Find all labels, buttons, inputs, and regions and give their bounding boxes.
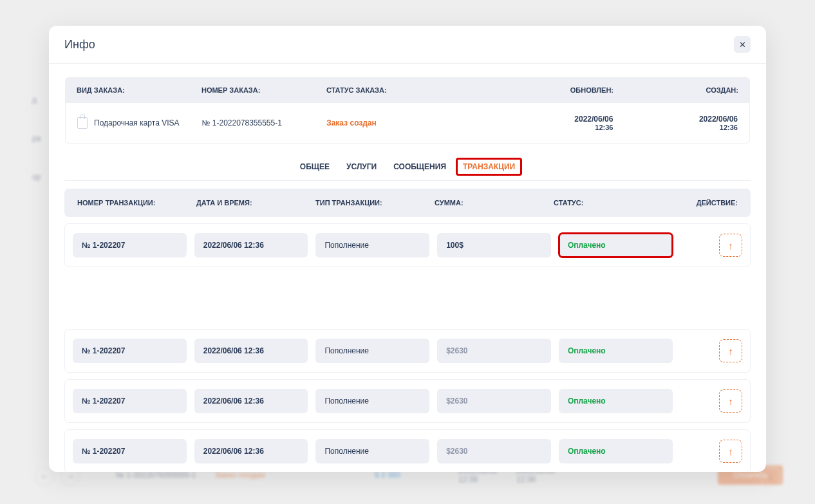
modal-body: ВИД ЗАКАЗА: НОМЕР ЗАКАЗА: СТАТУС ЗАКАЗА:… — [49, 64, 766, 472]
comment-input[interactable]: Вписать — [76, 286, 739, 311]
th-num: НОМЕР ТРАНЗАКЦИИ: — [77, 199, 196, 207]
cell-type: Пополнение — [315, 233, 429, 257]
tab-transactions[interactable]: ТРАНЗАКЦИИ — [456, 158, 521, 175]
cell-status: Оплачено — [559, 389, 673, 413]
cell-sum: $2630 — [437, 439, 551, 463]
cell-action: ↑ — [680, 389, 742, 413]
tab-messages[interactable]: СООБЩЕНИЯ — [387, 158, 453, 175]
scroll-down-icon[interactable]: ↓ — [762, 468, 780, 486]
info-modal: Инфо ✕ ВИД ЗАКАЗА: НОМЕР ЗАКАЗА: СТАТУС … — [49, 26, 766, 472]
col-type: ВИД ЗАКАЗА: — [77, 86, 201, 94]
cell-sum: $2630 — [437, 339, 551, 363]
col-created: СОЗДАН: — [614, 86, 738, 94]
modal-header: Инфо ✕ — [49, 26, 766, 64]
cell-status: Оплачено — [559, 233, 673, 257]
cell-sum: $2630 — [437, 389, 551, 413]
cell-date: 2022/06/06 12:36 — [194, 439, 308, 463]
th-sum: СУММА: — [435, 199, 554, 207]
cell-sum: 100$ — [437, 233, 551, 257]
order-type-cell: Подарочная карта VISA — [77, 117, 202, 129]
comment-block: Комментарий транзакции: Вписать — [64, 262, 751, 322]
upload-button[interactable]: ↑ — [719, 339, 742, 362]
arrow-up-icon: ↑ — [728, 346, 733, 357]
tab-general[interactable]: ОБЩЕЕ — [294, 158, 336, 175]
order-status: Заказ создан — [326, 118, 489, 127]
cell-num: № 1-202207 — [73, 339, 187, 363]
cell-action: ↑ — [680, 440, 742, 463]
arrow-up-icon: ↑ — [728, 240, 733, 251]
close-icon: ✕ — [739, 40, 746, 50]
cell-date: 2022/06/06 12:36 — [194, 339, 308, 363]
arrow-up-icon: ↑ — [728, 396, 733, 407]
tabs: ОБЩЕЕ УСЛУГИ СООБЩЕНИЯ ТРАНЗАКЦИИ — [64, 144, 751, 181]
order-summary: ВИД ЗАКАЗА: НОМЕР ЗАКАЗА: СТАТУС ЗАКАЗА:… — [64, 77, 751, 144]
cell-type: Пополнение — [315, 389, 429, 413]
cell-num: № 1-202207 — [73, 389, 187, 413]
upload-button[interactable]: ↑ — [719, 234, 742, 257]
order-summary-header: ВИД ЗАКАЗА: НОМЕР ЗАКАЗА: СТАТУС ЗАКАЗА:… — [65, 77, 750, 103]
col-status: СТАТУС ЗАКАЗА: — [326, 86, 489, 94]
upload-button[interactable]: ↑ — [719, 389, 742, 413]
cell-status: Оплачено — [559, 439, 673, 463]
bg-price: $ 2 383 — [375, 471, 400, 480]
col-updated: ОБНОВЛЕН: — [489, 86, 614, 94]
cell-type: Пополнение — [315, 439, 429, 463]
order-updated: 2022/06/06 12:36 — [489, 115, 614, 131]
col-number: НОМЕР ЗАКАЗА: — [201, 86, 326, 94]
th-status: СТАТУС: — [554, 199, 673, 207]
bg-order-num: № 1-2022078355555-1 — [116, 471, 196, 480]
clipboard-icon — [77, 117, 88, 129]
order-number: № 1-2022078355555-1 — [202, 118, 327, 127]
cell-date: 2022/06/06 12:36 — [194, 233, 308, 257]
cell-num: № 1-202207 — [73, 233, 187, 257]
cell-date: 2022/06/06 12:36 — [194, 389, 308, 413]
transaction-row: № 1-202207 2022/06/06 12:36 Пополнение 1… — [64, 223, 751, 267]
th-date: ДАТА И ВРЕМЯ: — [196, 199, 315, 207]
transaction-row: № 1-202207 2022/06/06 12:36 Пополнение $… — [64, 379, 751, 423]
transaction-row: № 1-202207 2022/06/06 12:36 Пополнение $… — [64, 329, 751, 373]
cell-action: ↑ — [680, 234, 742, 257]
cell-status: Оплачено — [559, 339, 673, 363]
transaction-row: № 1-202207 2022/06/06 12:36 Пополнение $… — [64, 429, 751, 472]
order-created: 2022/06/06 12:36 — [613, 115, 738, 131]
th-type: ТИП ТРАНЗАКЦИИ: — [315, 199, 435, 207]
tab-services[interactable]: УСЛУГИ — [340, 158, 383, 175]
modal-title: Инфо — [64, 38, 95, 51]
bg-status: Заказ создан — [215, 471, 265, 480]
th-action: ДЕЙСТВИЕ: — [673, 199, 738, 207]
transactions-header: НОМЕР ТРАНЗАКЦИИ: ДАТА И ВРЕМЯ: ТИП ТРАН… — [64, 189, 751, 217]
cell-action: ↑ — [680, 339, 742, 362]
upload-button[interactable]: ↑ — [719, 440, 742, 463]
order-summary-row: Подарочная карта VISA № 1-2022078355555-… — [65, 103, 750, 144]
cell-type: Пополнение — [315, 339, 429, 363]
cell-num: № 1-202207 — [73, 439, 187, 463]
order-type-label: Подарочная карта VISA — [94, 118, 180, 127]
comment-label: Комментарий транзакции: — [76, 271, 739, 280]
close-button[interactable]: ✕ — [734, 36, 751, 53]
arrow-up-icon: ↑ — [728, 446, 733, 457]
